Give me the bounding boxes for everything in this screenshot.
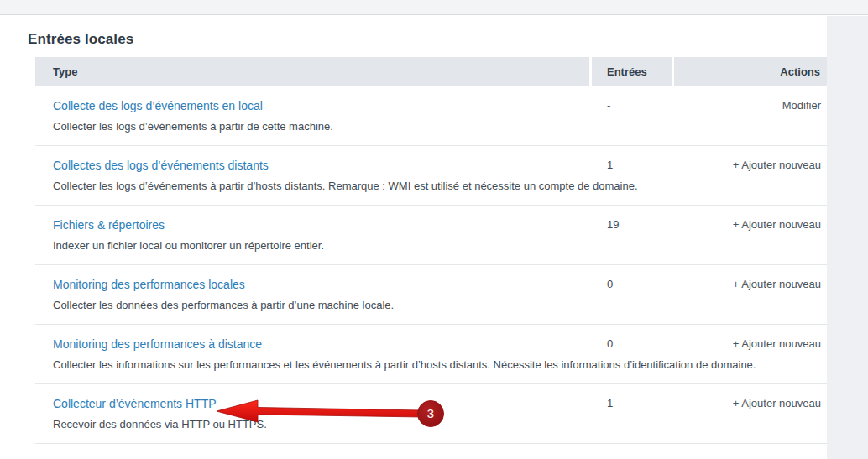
input-type-description: Collecter les logs d’événements à partir… xyxy=(53,119,827,134)
input-type-link[interactable]: Collecteur d’événements HTTP xyxy=(53,395,217,412)
input-type-link[interactable]: Monitoring des performances à distance xyxy=(53,336,262,352)
input-type-description: Collecter les logs d’événements à partir… xyxy=(53,179,827,194)
edit-link[interactable]: Modifier xyxy=(782,97,821,114)
table-row-local-performance: Monitoring des performances locales Coll… xyxy=(35,265,827,325)
table-row-files-directories: Fichiers & répertoires Indexer un fichie… xyxy=(35,206,827,265)
input-type-link[interactable]: Collectes des logs d’événements distants xyxy=(53,157,269,174)
local-inputs-table: Type Entrées Actions Collecte des logs d… xyxy=(35,57,827,444)
column-header-type: Type xyxy=(35,57,589,86)
page-title: Entrées locales xyxy=(28,31,133,48)
entries-count: 0 xyxy=(607,336,613,352)
entries-count: 1 xyxy=(607,157,613,174)
top-toolbar-edge xyxy=(0,0,868,15)
add-new-link[interactable]: + Ajouter nouveau xyxy=(733,216,821,233)
input-type-description: Collecter les données des performances à… xyxy=(53,298,827,313)
column-header-actions: Actions xyxy=(674,57,827,86)
input-type-link[interactable]: Collecte des logs d’événements en local xyxy=(53,97,263,114)
entries-count: 19 xyxy=(607,216,619,233)
entries-count: 1 xyxy=(607,395,613,412)
table-row-local-event-logs: Collecte des logs d’événements en local … xyxy=(35,86,827,146)
add-new-link[interactable]: + Ajouter nouveau xyxy=(733,157,821,174)
entries-count: 0 xyxy=(607,276,613,293)
table-row-remote-performance: Monitoring des performances à distance C… xyxy=(35,325,827,384)
table-header-row: Type Entrées Actions xyxy=(35,57,827,86)
add-new-link[interactable]: + Ajouter nouveau xyxy=(733,276,821,293)
input-type-link[interactable]: Monitoring des performances locales xyxy=(53,276,245,293)
add-new-link[interactable]: + Ajouter nouveau xyxy=(733,336,821,352)
add-new-link[interactable]: + Ajouter nouveau xyxy=(733,395,821,412)
input-type-description: Collecter les informations sur les perfo… xyxy=(53,357,827,373)
input-type-description: Indexer un fichier local ou monitorer un… xyxy=(53,238,827,253)
table-row-remote-event-logs: Collectes des logs d’événements distants… xyxy=(35,146,827,206)
page-background-gutter xyxy=(827,16,868,459)
input-type-description: Recevoir des données via HTTP ou HTTPS. xyxy=(53,417,827,432)
table-row-http-event-collector: Collecteur d’événements HTTP Recevoir de… xyxy=(35,384,827,444)
input-type-link[interactable]: Fichiers & répertoires xyxy=(53,216,165,233)
column-header-entries: Entrées xyxy=(592,57,672,86)
entries-count: - xyxy=(607,97,610,114)
